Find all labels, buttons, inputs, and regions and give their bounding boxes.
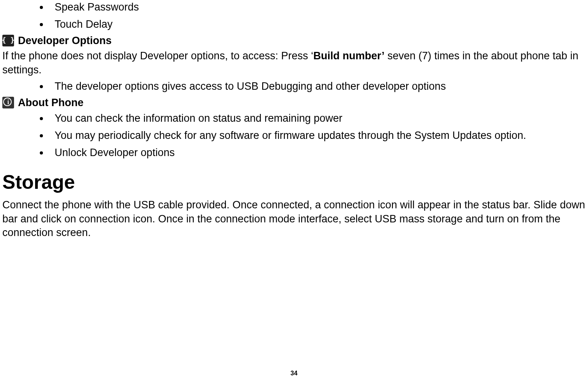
developer-intro: If the phone does not display Developer … — [2, 49, 586, 77]
developer-list: The developer options gives access to US… — [0, 79, 586, 93]
developer-options-label: Developer Options — [18, 35, 112, 47]
list-item: Unlock Developer options — [49, 146, 586, 160]
text-pre: If the phone does not display Developer … — [2, 50, 313, 62]
svg-text:{ }: { } — [2, 36, 14, 44]
text-bold: Build number’ — [313, 50, 385, 62]
about-phone-row: About Phone — [2, 97, 586, 109]
list-item: You can check the information on status … — [49, 111, 586, 125]
list-item-text: Touch Delay — [55, 18, 113, 30]
list-item-text: The developer options gives access to US… — [55, 80, 446, 92]
storage-heading: Storage — [2, 171, 586, 194]
about-phone-label: About Phone — [18, 97, 83, 109]
braces-icon: { } — [2, 35, 14, 46]
info-icon — [2, 97, 14, 108]
accessibility-list: Speak Passwords Touch Delay — [0, 0, 586, 32]
page-number: 34 — [0, 370, 588, 377]
developer-options-row: { } Developer Options — [2, 35, 586, 47]
list-item: The developer options gives access to US… — [49, 79, 586, 93]
list-item-text: Unlock Developer options — [55, 147, 175, 158]
list-item: You may periodically check for any softw… — [49, 128, 586, 142]
storage-paragraph: Connect the phone with the USB cable pro… — [2, 198, 586, 240]
list-item-text: You may periodically check for any softw… — [55, 130, 526, 141]
about-list: You can check the information on status … — [0, 111, 586, 160]
list-item-text: Speak Passwords — [55, 1, 139, 13]
list-item-text: You can check the information on status … — [55, 112, 342, 124]
list-item: Touch Delay — [49, 17, 586, 31]
list-item: Speak Passwords — [49, 0, 586, 14]
